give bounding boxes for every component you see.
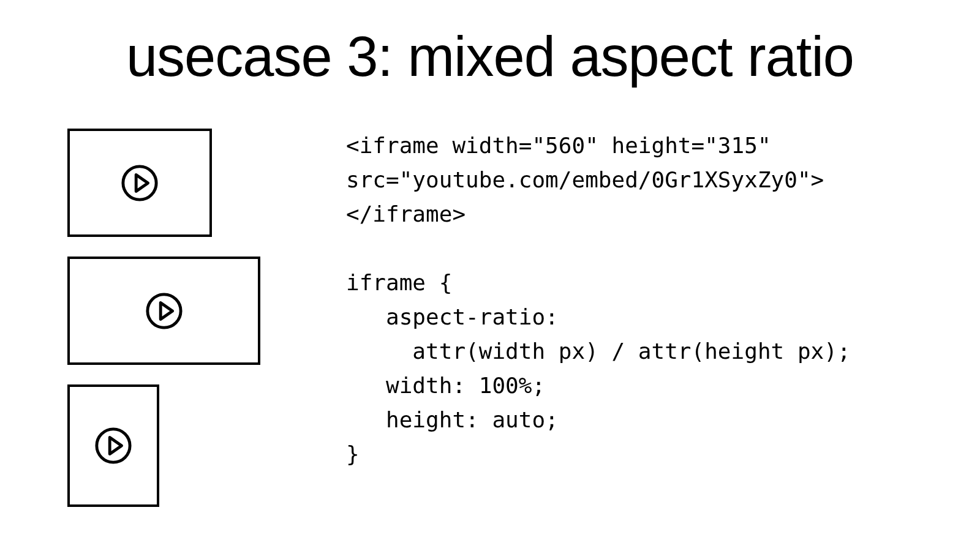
- svg-marker-3: [160, 302, 172, 319]
- svg-point-4: [97, 429, 130, 462]
- play-icon: [94, 427, 132, 465]
- svg-point-0: [123, 166, 156, 199]
- slide: usecase 3: mixed aspect ratio <iframe wi…: [0, 0, 980, 551]
- svg-marker-1: [136, 174, 148, 191]
- code-html-snippet: <iframe width="560" height="315" src="yo…: [346, 133, 824, 227]
- video-thumbnail: [67, 129, 212, 237]
- svg-point-2: [147, 294, 180, 327]
- play-icon: [145, 292, 183, 330]
- video-thumbnail: [67, 384, 159, 507]
- video-thumbnail: [67, 257, 260, 365]
- svg-marker-5: [110, 437, 121, 454]
- slide-title: usecase 3: mixed aspect ratio: [0, 24, 980, 89]
- thumbnail-column: [67, 129, 260, 527]
- play-icon: [121, 164, 159, 202]
- code-block: <iframe width="560" height="315" src="yo…: [346, 129, 851, 471]
- code-css-snippet: iframe { aspect-ratio: attr(width px) / …: [346, 270, 851, 467]
